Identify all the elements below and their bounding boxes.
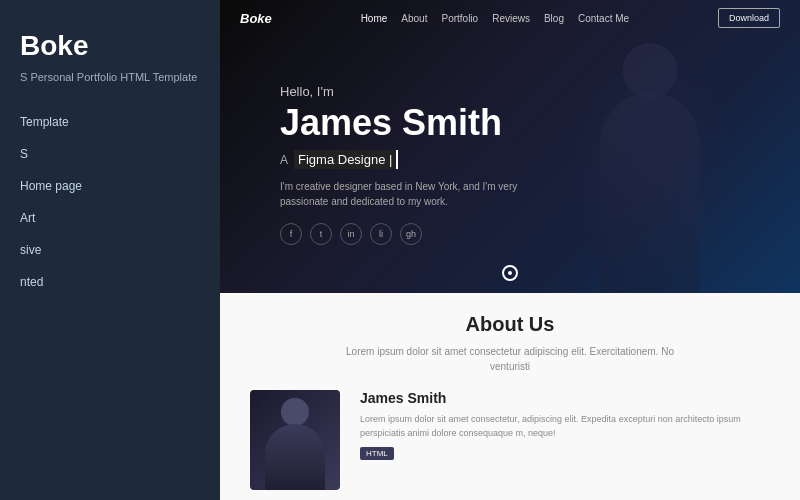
github-icon[interactable]: gh bbox=[400, 223, 422, 245]
nav-logo: Boke bbox=[240, 11, 272, 26]
nav-links: Home About Portfolio Reviews Blog Contac… bbox=[361, 13, 629, 24]
main-content: Boke Home About Portfolio Reviews Blog C… bbox=[220, 0, 800, 500]
nav-link-reviews[interactable]: Reviews bbox=[492, 13, 530, 24]
sidebar-item-template[interactable]: Template bbox=[20, 113, 200, 131]
about-section: About Us Lorem ipsum dolor sit amet cons… bbox=[220, 293, 800, 500]
about-person-text: Lorem ipsum dolor sit amet consectetur, … bbox=[360, 412, 770, 441]
facebook-icon[interactable]: f bbox=[280, 223, 302, 245]
nav-link-home[interactable]: Home bbox=[361, 13, 388, 24]
hero-name: James Smith bbox=[280, 103, 760, 143]
navbar: Boke Home About Portfolio Reviews Blog C… bbox=[220, 0, 800, 36]
social-icons: f t in li gh bbox=[280, 223, 760, 245]
sidebar-subtitle: S Personal Portfolio HTML Template bbox=[20, 70, 200, 85]
scroll-indicator[interactable] bbox=[502, 265, 518, 281]
sidebar-item-sive[interactable]: sive bbox=[20, 241, 200, 259]
nav-link-blog[interactable]: Blog bbox=[544, 13, 564, 24]
sidebar-item-home-page[interactable]: Home page bbox=[20, 177, 200, 195]
hero-role-prefix: A bbox=[280, 153, 288, 167]
sidebar-logo: Boke bbox=[20, 30, 200, 62]
nav-link-about[interactable]: About bbox=[401, 13, 427, 24]
sidebar: Boke S Personal Portfolio HTML Template … bbox=[0, 0, 220, 500]
instagram-icon[interactable]: in bbox=[340, 223, 362, 245]
about-person-name: James Smith bbox=[360, 390, 770, 406]
nav-link-contact[interactable]: Contact Me bbox=[578, 13, 629, 24]
about-title: About Us bbox=[466, 313, 555, 336]
about-html-badge: HTML bbox=[360, 447, 394, 460]
hero-description: I'm creative designer based in New York,… bbox=[280, 179, 560, 209]
sidebar-item-s[interactable]: S bbox=[20, 145, 200, 163]
about-description: Lorem ipsum dolor sit amet consectetur a… bbox=[330, 344, 690, 374]
hero-body: Hello, I'm James Smith A Figma Designe |… bbox=[220, 36, 800, 293]
twitter-icon[interactable]: t bbox=[310, 223, 332, 245]
sidebar-item-nted[interactable]: nted bbox=[20, 273, 200, 291]
about-body: James Smith Lorem ipsum dolor sit amet c… bbox=[250, 390, 770, 490]
sidebar-item-art[interactable]: Art bbox=[20, 209, 200, 227]
hero-section: Boke Home About Portfolio Reviews Blog C… bbox=[220, 0, 800, 293]
hero-role-container: A Figma Designe | bbox=[280, 150, 760, 169]
nav-link-portfolio[interactable]: Portfolio bbox=[441, 13, 478, 24]
linkedin-icon[interactable]: li bbox=[370, 223, 392, 245]
hero-role-text: Figma Designe | bbox=[294, 150, 398, 169]
about-info: James Smith Lorem ipsum dolor sit amet c… bbox=[360, 390, 770, 460]
download-button[interactable]: Download bbox=[718, 8, 780, 28]
about-photo bbox=[250, 390, 340, 490]
hero-greeting: Hello, I'm bbox=[280, 84, 760, 99]
